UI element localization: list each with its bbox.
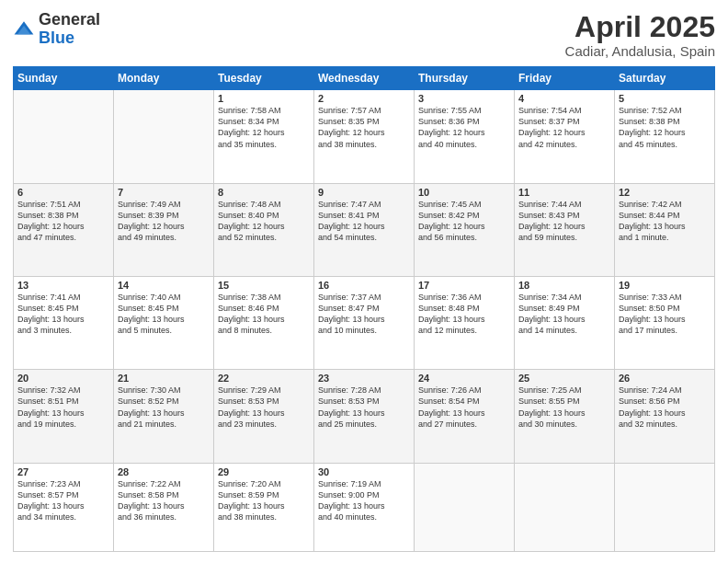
table-row: 3Sunrise: 7:55 AM Sunset: 8:36 PM Daylig… bbox=[415, 90, 515, 183]
logo-general: General bbox=[39, 11, 100, 29]
day-info: Sunrise: 7:45 AM Sunset: 8:42 PM Dayligh… bbox=[418, 199, 510, 244]
day-info: Sunrise: 7:48 AM Sunset: 8:40 PM Dayligh… bbox=[218, 199, 310, 244]
table-row: 22Sunrise: 7:29 AM Sunset: 8:53 PM Dayli… bbox=[214, 370, 314, 463]
table-row: 25Sunrise: 7:25 AM Sunset: 8:55 PM Dayli… bbox=[515, 370, 615, 463]
header: General Blue April 2025 Cadiar, Andalusi… bbox=[13, 11, 715, 59]
table-row: 30Sunrise: 7:19 AM Sunset: 9:00 PM Dayli… bbox=[314, 463, 415, 551]
header-wednesday: Wednesday bbox=[314, 67, 415, 90]
day-info: Sunrise: 7:36 AM Sunset: 8:48 PM Dayligh… bbox=[418, 292, 510, 337]
day-number: 1 bbox=[218, 93, 310, 104]
day-info: Sunrise: 7:52 AM Sunset: 8:38 PM Dayligh… bbox=[619, 105, 711, 150]
day-number: 17 bbox=[418, 280, 510, 291]
day-info: Sunrise: 7:47 AM Sunset: 8:41 PM Dayligh… bbox=[318, 199, 410, 244]
day-number: 26 bbox=[619, 373, 711, 384]
table-row: 7Sunrise: 7:49 AM Sunset: 8:39 PM Daylig… bbox=[114, 183, 214, 276]
table-row: 1Sunrise: 7:58 AM Sunset: 8:34 PM Daylig… bbox=[214, 90, 314, 183]
day-number: 6 bbox=[17, 187, 109, 198]
table-row: 13Sunrise: 7:41 AM Sunset: 8:45 PM Dayli… bbox=[14, 276, 114, 369]
day-number: 16 bbox=[318, 280, 410, 291]
table-row bbox=[415, 463, 515, 551]
table-row: 14Sunrise: 7:40 AM Sunset: 8:45 PM Dayli… bbox=[114, 276, 214, 369]
day-number: 4 bbox=[518, 93, 610, 104]
table-row bbox=[615, 463, 715, 551]
table-row: 8Sunrise: 7:48 AM Sunset: 8:40 PM Daylig… bbox=[214, 183, 314, 276]
logo-blue: Blue bbox=[39, 29, 100, 48]
header-thursday: Thursday bbox=[415, 67, 515, 90]
day-number: 25 bbox=[518, 373, 610, 384]
calendar-table: Sunday Monday Tuesday Wednesday Thursday… bbox=[13, 66, 715, 552]
day-number: 12 bbox=[619, 187, 711, 198]
day-number: 29 bbox=[218, 466, 310, 477]
day-number: 2 bbox=[318, 93, 410, 104]
day-number: 27 bbox=[17, 466, 109, 477]
table-row: 28Sunrise: 7:22 AM Sunset: 8:58 PM Dayli… bbox=[114, 463, 214, 551]
page: General Blue April 2025 Cadiar, Andalusi… bbox=[0, 0, 728, 563]
table-row: 15Sunrise: 7:38 AM Sunset: 8:46 PM Dayli… bbox=[214, 276, 314, 369]
table-row: 26Sunrise: 7:24 AM Sunset: 8:56 PM Dayli… bbox=[615, 370, 715, 463]
day-number: 13 bbox=[17, 280, 109, 291]
logo-text: General Blue bbox=[39, 11, 100, 48]
day-info: Sunrise: 7:34 AM Sunset: 8:49 PM Dayligh… bbox=[518, 292, 610, 337]
table-row: 20Sunrise: 7:32 AM Sunset: 8:51 PM Dayli… bbox=[14, 370, 114, 463]
table-row: 4Sunrise: 7:54 AM Sunset: 8:37 PM Daylig… bbox=[515, 90, 615, 183]
logo: General Blue bbox=[13, 11, 100, 48]
day-info: Sunrise: 7:41 AM Sunset: 8:45 PM Dayligh… bbox=[17, 292, 109, 337]
day-info: Sunrise: 7:40 AM Sunset: 8:45 PM Dayligh… bbox=[118, 292, 210, 337]
header-friday: Friday bbox=[515, 67, 615, 90]
header-monday: Monday bbox=[114, 67, 214, 90]
day-number: 19 bbox=[619, 280, 711, 291]
table-row: 2Sunrise: 7:57 AM Sunset: 8:35 PM Daylig… bbox=[314, 90, 415, 183]
title-block: April 2025 Cadiar, Andalusia, Spain bbox=[565, 11, 715, 59]
title-month: April 2025 bbox=[565, 11, 715, 43]
table-row: 11Sunrise: 7:44 AM Sunset: 8:43 PM Dayli… bbox=[515, 183, 615, 276]
calendar-week-row: 27Sunrise: 7:23 AM Sunset: 8:57 PM Dayli… bbox=[14, 463, 715, 551]
day-info: Sunrise: 7:44 AM Sunset: 8:43 PM Dayligh… bbox=[518, 199, 610, 244]
day-info: Sunrise: 7:28 AM Sunset: 8:53 PM Dayligh… bbox=[318, 385, 410, 430]
header-tuesday: Tuesday bbox=[214, 67, 314, 90]
title-location: Cadiar, Andalusia, Spain bbox=[565, 43, 715, 59]
day-number: 22 bbox=[218, 373, 310, 384]
table-row bbox=[515, 463, 615, 551]
table-row: 10Sunrise: 7:45 AM Sunset: 8:42 PM Dayli… bbox=[415, 183, 515, 276]
day-info: Sunrise: 7:22 AM Sunset: 8:58 PM Dayligh… bbox=[118, 478, 210, 523]
table-row: 17Sunrise: 7:36 AM Sunset: 8:48 PM Dayli… bbox=[415, 276, 515, 369]
day-info: Sunrise: 7:58 AM Sunset: 8:34 PM Dayligh… bbox=[218, 105, 310, 150]
day-info: Sunrise: 7:30 AM Sunset: 8:52 PM Dayligh… bbox=[118, 385, 210, 430]
day-info: Sunrise: 7:19 AM Sunset: 9:00 PM Dayligh… bbox=[318, 478, 410, 523]
day-info: Sunrise: 7:51 AM Sunset: 8:38 PM Dayligh… bbox=[17, 199, 109, 244]
day-info: Sunrise: 7:38 AM Sunset: 8:46 PM Dayligh… bbox=[218, 292, 310, 337]
day-number: 28 bbox=[118, 466, 210, 477]
day-info: Sunrise: 7:57 AM Sunset: 8:35 PM Dayligh… bbox=[318, 105, 410, 150]
calendar-week-row: 6Sunrise: 7:51 AM Sunset: 8:38 PM Daylig… bbox=[14, 183, 715, 276]
table-row: 23Sunrise: 7:28 AM Sunset: 8:53 PM Dayli… bbox=[314, 370, 415, 463]
day-info: Sunrise: 7:25 AM Sunset: 8:55 PM Dayligh… bbox=[518, 385, 610, 430]
day-number: 23 bbox=[318, 373, 410, 384]
header-saturday: Saturday bbox=[615, 67, 715, 90]
table-row: 21Sunrise: 7:30 AM Sunset: 8:52 PM Dayli… bbox=[114, 370, 214, 463]
day-info: Sunrise: 7:54 AM Sunset: 8:37 PM Dayligh… bbox=[518, 105, 610, 150]
day-number: 5 bbox=[619, 93, 711, 104]
day-info: Sunrise: 7:55 AM Sunset: 8:36 PM Dayligh… bbox=[418, 105, 510, 150]
table-row: 16Sunrise: 7:37 AM Sunset: 8:47 PM Dayli… bbox=[314, 276, 415, 369]
table-row: 6Sunrise: 7:51 AM Sunset: 8:38 PM Daylig… bbox=[14, 183, 114, 276]
day-number: 21 bbox=[118, 373, 210, 384]
day-info: Sunrise: 7:32 AM Sunset: 8:51 PM Dayligh… bbox=[17, 385, 109, 430]
day-info: Sunrise: 7:49 AM Sunset: 8:39 PM Dayligh… bbox=[118, 199, 210, 244]
day-number: 3 bbox=[418, 93, 510, 104]
day-number: 20 bbox=[17, 373, 109, 384]
table-row: 9Sunrise: 7:47 AM Sunset: 8:41 PM Daylig… bbox=[314, 183, 415, 276]
day-number: 15 bbox=[218, 280, 310, 291]
day-info: Sunrise: 7:42 AM Sunset: 8:44 PM Dayligh… bbox=[619, 199, 711, 244]
day-number: 7 bbox=[118, 187, 210, 198]
day-number: 24 bbox=[418, 373, 510, 384]
day-info: Sunrise: 7:24 AM Sunset: 8:56 PM Dayligh… bbox=[619, 385, 711, 430]
day-number: 14 bbox=[118, 280, 210, 291]
table-row: 18Sunrise: 7:34 AM Sunset: 8:49 PM Dayli… bbox=[515, 276, 615, 369]
day-info: Sunrise: 7:37 AM Sunset: 8:47 PM Dayligh… bbox=[318, 292, 410, 337]
table-row: 24Sunrise: 7:26 AM Sunset: 8:54 PM Dayli… bbox=[415, 370, 515, 463]
day-number: 30 bbox=[318, 466, 410, 477]
day-number: 10 bbox=[418, 187, 510, 198]
calendar-week-row: 13Sunrise: 7:41 AM Sunset: 8:45 PM Dayli… bbox=[14, 276, 715, 369]
table-row: 19Sunrise: 7:33 AM Sunset: 8:50 PM Dayli… bbox=[615, 276, 715, 369]
table-row bbox=[14, 90, 114, 183]
